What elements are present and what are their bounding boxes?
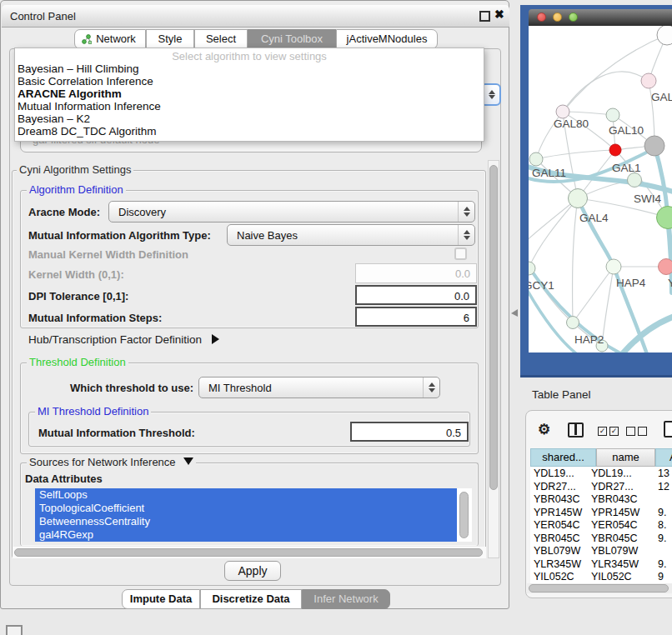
table-row[interactable]: YDR27...YDR27...12 bbox=[530, 480, 672, 493]
network-node[interactable] bbox=[609, 144, 621, 156]
tab-infer-network[interactable]: Infer Network bbox=[302, 589, 390, 609]
mi-steps-label: Mutual Information Steps: bbox=[28, 312, 162, 324]
algorithm-dropdown-popup: Select algorithm to view settings Bayesi… bbox=[14, 48, 484, 142]
dpi-tolerance-label: DPI Tolerance [0,1]: bbox=[28, 290, 128, 302]
dock-panel-icon[interactable] bbox=[6, 625, 23, 635]
dpi-tolerance-field[interactable]: 0.0 bbox=[355, 285, 477, 305]
network-canvas[interactable]: GALGAL80GAL10GAL1GAL11SWI4GAL4HAP4YGCY1H… bbox=[529, 26, 672, 352]
data-attributes-label: Data Attributes bbox=[25, 472, 103, 485]
network-window-titlebar[interactable] bbox=[529, 9, 672, 26]
tab-jactivemnodules[interactable]: jActiveMNodules bbox=[336, 29, 438, 49]
tab-cyni-toolbox-label: Cyni Toolbox bbox=[261, 32, 323, 45]
combo-stepper-icon bbox=[423, 378, 439, 398]
column-header-shared-name[interactable]: shared... bbox=[530, 448, 596, 467]
list-item[interactable]: TopologicalCoefficient bbox=[35, 502, 457, 515]
list-scrollbar-thumb[interactable] bbox=[459, 492, 469, 538]
algorithm-option[interactable]: Mutual Information Inference bbox=[18, 100, 476, 112]
select-all-checkbox-icon[interactable]: ✓ bbox=[609, 427, 619, 436]
network-node[interactable] bbox=[657, 26, 672, 45]
network-node-label: GAL11 bbox=[532, 167, 566, 179]
mi-threshold-group-title: MI Threshold Definition bbox=[35, 406, 151, 417]
column-header-name[interactable]: name bbox=[596, 448, 655, 467]
network-node[interactable] bbox=[659, 259, 672, 275]
hub-definition-toggle[interactable]: Hub/Transcription Factor Definition bbox=[28, 333, 219, 346]
network-node[interactable] bbox=[569, 189, 588, 208]
tab-select-label: Select bbox=[206, 32, 236, 45]
zoom-traffic-light-icon[interactable] bbox=[569, 12, 578, 22]
network-node[interactable] bbox=[657, 207, 672, 229]
expand-triangle-icon[interactable] bbox=[212, 334, 219, 344]
tab-cyni-toolbox[interactable]: Cyni Toolbox bbox=[248, 29, 336, 49]
tab-network[interactable]: Network bbox=[74, 29, 146, 49]
sources-group-title[interactable]: Sources for Network Inference bbox=[27, 457, 196, 468]
network-node-label: HAP4 bbox=[616, 277, 646, 289]
network-node[interactable] bbox=[556, 105, 569, 118]
table-row[interactable]: YER054CYER054C8. bbox=[530, 518, 672, 532]
control-panel-titlebar[interactable]: Control Panel ✖ bbox=[2, 5, 509, 28]
network-node[interactable] bbox=[644, 136, 664, 156]
deselect-all-checkbox-icon[interactable] bbox=[638, 427, 647, 436]
network-node[interactable] bbox=[567, 317, 579, 329]
table-row[interactable]: YBR043CYBR043C bbox=[530, 492, 672, 506]
algorithm-option[interactable]: Dream8 DC_TDC Algorithm bbox=[18, 125, 476, 138]
list-item[interactable]: BetweennessCentrality bbox=[35, 515, 457, 528]
list-item[interactable]: gal4RGexp bbox=[35, 528, 457, 542]
table-row[interactable]: YLR345WYLR345W9. bbox=[530, 558, 672, 571]
network-node[interactable] bbox=[641, 73, 656, 88]
table-horizontal-scrollbar[interactable] bbox=[527, 583, 672, 593]
tab-network-label: Network bbox=[96, 32, 136, 45]
tab-discretize-data[interactable]: Discretize Data bbox=[200, 589, 302, 609]
new-table-icon[interactable] bbox=[664, 421, 672, 438]
algorithm-option[interactable]: Bayesian – K2 bbox=[18, 112, 476, 125]
tab-style[interactable]: Style bbox=[146, 29, 194, 49]
table-row[interactable]: YBR045CYBR045C9. bbox=[530, 532, 672, 545]
mi-threshold-field[interactable]: 0.5 bbox=[350, 422, 469, 442]
settings-horizontal-scrollbar-thumb[interactable] bbox=[14, 548, 483, 557]
apply-button[interactable]: Apply bbox=[224, 561, 281, 581]
which-threshold-combo[interactable]: MI Threshold bbox=[198, 377, 440, 398]
collapse-triangle-icon[interactable] bbox=[183, 458, 193, 465]
kernel-width-field[interactable]: 0.0 bbox=[355, 263, 477, 283]
settings-vertical-scrollbar-thumb[interactable] bbox=[489, 165, 498, 490]
deselect-all-checkbox-icon[interactable] bbox=[626, 427, 635, 436]
gear-icon[interactable]: ⚙ bbox=[538, 421, 550, 438]
network-node-label: GCY1 bbox=[529, 279, 554, 292]
close-icon[interactable]: ✖ bbox=[494, 8, 504, 21]
column-header-partial[interactable]: A bbox=[655, 448, 672, 467]
network-node[interactable] bbox=[606, 108, 619, 122]
columns-icon[interactable] bbox=[568, 422, 584, 438]
network-node[interactable] bbox=[628, 173, 642, 188]
settings-vertical-scrollbar[interactable] bbox=[488, 160, 499, 558]
table-row[interactable]: YIL052CYIL052C9 bbox=[530, 570, 672, 583]
table-row[interactable]: YPR145WYPR145W9. bbox=[530, 506, 672, 519]
network-node[interactable] bbox=[529, 152, 543, 166]
tab-impute-data-label: Impute Data bbox=[130, 592, 192, 605]
aracne-mode-combo[interactable]: Discovery bbox=[108, 201, 475, 222]
network-node[interactable] bbox=[606, 259, 621, 274]
algorithm-option-selected[interactable]: ARACNE Algorithm bbox=[18, 88, 476, 100]
select-all-checkbox-icon[interactable]: ✓ bbox=[598, 427, 607, 436]
which-threshold-label: Which threshold to use: bbox=[70, 382, 193, 394]
close-traffic-light-icon[interactable] bbox=[537, 12, 546, 22]
table-row[interactable]: YDL19...YDL19...13 bbox=[530, 467, 672, 480]
mi-algorithm-type-combo[interactable]: Naive Bayes bbox=[227, 224, 475, 246]
tab-select[interactable]: Select bbox=[194, 29, 248, 49]
node-table: YDL19...YDL19...13 YDR27...YDR27...12 YB… bbox=[530, 467, 672, 583]
table-horizontal-scrollbar-thumb[interactable] bbox=[529, 584, 669, 592]
float-window-icon[interactable] bbox=[479, 11, 490, 22]
minimize-traffic-light-icon[interactable] bbox=[553, 12, 562, 22]
kernel-width-label: Kernel Width (0,1): bbox=[28, 268, 124, 281]
list-item[interactable]: SelfLoops bbox=[35, 488, 457, 502]
mi-steps-field[interactable]: 6 bbox=[355, 307, 477, 327]
manual-kernel-width-checkbox[interactable] bbox=[454, 248, 467, 260]
algorithm-option[interactable]: Basic Correlation Inference bbox=[18, 75, 476, 88]
threshold-definition-title: Threshold Definition bbox=[27, 357, 128, 368]
settings-horizontal-scrollbar[interactable] bbox=[13, 547, 486, 558]
manual-kernel-width-label: Manual Kernel Width Definition bbox=[28, 248, 188, 261]
tab-impute-data[interactable]: Impute Data bbox=[122, 589, 200, 609]
mi-algorithm-type-value: Naive Bayes bbox=[237, 229, 298, 242]
algorithm-option[interactable]: Bayesian – Hill Climbing bbox=[18, 62, 476, 75]
tab-infer-network-label: Infer Network bbox=[313, 592, 378, 605]
table-row[interactable]: YBL079WYBL079W bbox=[530, 544, 672, 558]
network-view-window[interactable]: GALGAL80GAL10GAL1GAL11SWI4GAL4HAP4YGCY1H… bbox=[520, 5, 672, 378]
